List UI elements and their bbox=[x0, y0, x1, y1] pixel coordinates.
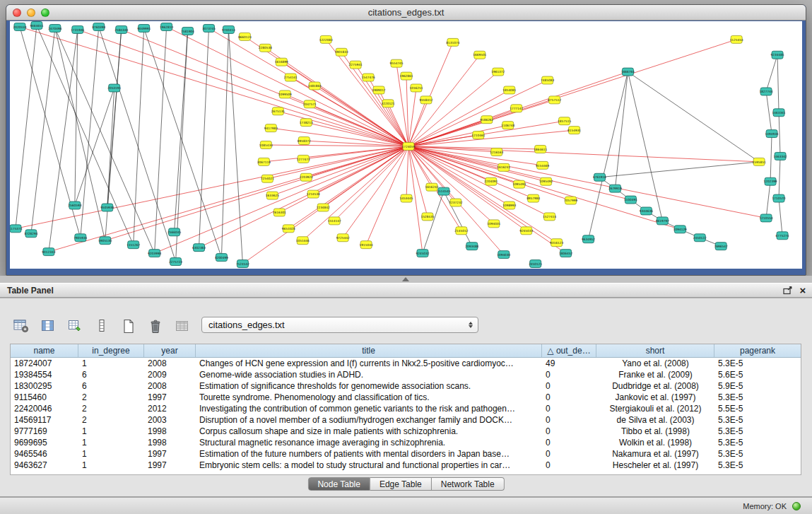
network-node[interactable]: 1210461 bbox=[471, 132, 485, 139]
table-row[interactable]: 946554611997Estimation of the future num… bbox=[11, 448, 801, 460]
network-node[interactable]: 1051446 bbox=[296, 237, 310, 245]
network-node[interactable]: 1099509 bbox=[278, 90, 292, 98]
network-node[interactable]: 1151267 bbox=[126, 241, 140, 249]
network-node[interactable]: 1854081 bbox=[502, 86, 516, 94]
network-node[interactable]: 1724059 bbox=[401, 143, 415, 151]
network-node[interactable]: 8200499 bbox=[215, 254, 228, 262]
network-node[interactable]: 1094031 bbox=[487, 220, 500, 228]
network-node[interactable]: 2560593 bbox=[68, 201, 81, 209]
network-node[interactable]: 1463341 bbox=[772, 109, 786, 117]
table-row[interactable]: 946362711997Embryonic stem cells: a mode… bbox=[11, 460, 801, 471]
network-node[interactable]: 2093488 bbox=[465, 243, 478, 250]
network-node[interactable]: 1494934 bbox=[765, 130, 779, 138]
close-panel-button[interactable]: × bbox=[796, 285, 809, 296]
table-row[interactable]: 969969511998Structural magnetic resonanc… bbox=[11, 437, 801, 448]
table-row[interactable]: 1830029562008Estimation of significance … bbox=[11, 380, 801, 392]
network-node[interactable]: 9634952 bbox=[582, 235, 595, 243]
minimize-window-button[interactable] bbox=[27, 8, 35, 17]
network-node[interactable]: 1616241 bbox=[497, 163, 510, 171]
network-node[interactable]: 2204091 bbox=[484, 177, 498, 185]
network-canvas[interactable]: 2020559946465124704961731946876039825843… bbox=[10, 21, 802, 269]
network-node[interactable]: 7057999 bbox=[564, 197, 577, 204]
delete-trash-button[interactable] bbox=[146, 317, 165, 335]
network-node[interactable]: 1016251 bbox=[409, 84, 423, 92]
network-node[interactable]: 1277473 bbox=[297, 155, 310, 163]
column-header-out-degree[interactable]: △ out_de… bbox=[542, 344, 596, 357]
network-node[interactable]: 2754141 bbox=[284, 74, 298, 81]
network-node[interactable]: 2203924 bbox=[300, 173, 313, 181]
network-node[interactable]: 7234842 bbox=[317, 204, 330, 211]
window-titlebar[interactable]: citations_edges.txt bbox=[6, 5, 806, 21]
float-panel-button[interactable] bbox=[781, 285, 794, 296]
network-node[interactable]: 1094129 bbox=[673, 226, 687, 233]
new-document-button[interactable] bbox=[119, 317, 139, 335]
network-node[interactable]: 2145012 bbox=[454, 227, 468, 235]
network-node[interactable]: 8131074 bbox=[446, 38, 459, 46]
network-node[interactable]: 9619797 bbox=[656, 217, 669, 225]
network-node[interactable]: 1095493 bbox=[512, 180, 526, 188]
network-node[interactable]: 3073745 bbox=[202, 24, 216, 32]
table-row[interactable]: 977716911998Corpus callosum shape and si… bbox=[11, 426, 801, 437]
network-node[interactable]: 9554745 bbox=[390, 59, 404, 67]
column-header-name[interactable]: name bbox=[11, 344, 78, 357]
network-node[interactable]: 1547476 bbox=[362, 74, 375, 81]
network-node[interactable]: 1214538 bbox=[307, 190, 320, 198]
network-node[interactable]: 8760398 bbox=[92, 23, 105, 30]
network-node[interactable]: 7905934 bbox=[73, 234, 87, 242]
table-row[interactable]: 2242004622012Investigating the contribut… bbox=[11, 403, 801, 414]
network-node[interactable]: 1915044 bbox=[360, 241, 373, 249]
network-node[interactable]: 1777147 bbox=[510, 105, 523, 112]
network-node[interactable]: 2584348 bbox=[114, 25, 128, 33]
panel-divider[interactable] bbox=[0, 276, 812, 283]
network-node[interactable]: 1827744 bbox=[760, 88, 773, 95]
network-node[interactable]: 9653328 bbox=[282, 225, 295, 233]
network-node[interactable]: 8154931 bbox=[567, 127, 581, 134]
network-node[interactable]: 9316123 bbox=[550, 239, 563, 247]
table-row[interactable]: 1456911722003Disruption of a novel membe… bbox=[11, 414, 801, 426]
network-node[interactable]: 1514147 bbox=[328, 217, 341, 225]
network-node[interactable]: 9740414 bbox=[222, 25, 235, 33]
table-row[interactable]: 1872400712008Changes of HCN gene express… bbox=[11, 358, 801, 369]
network-node[interactable]: 9344636 bbox=[640, 207, 653, 215]
network-node[interactable]: 7616301 bbox=[273, 209, 286, 216]
network-node[interactable]: 7237232 bbox=[449, 199, 462, 206]
network-node[interactable]: 7581904 bbox=[181, 27, 194, 35]
network-node[interactable]: 1095492 bbox=[539, 177, 553, 185]
network-node[interactable]: 1175374 bbox=[10, 225, 23, 233]
network-node[interactable]: 1222083 bbox=[319, 35, 333, 43]
network-node[interactable]: 2679919 bbox=[608, 185, 622, 192]
network-node[interactable]: 8757512 bbox=[548, 96, 561, 104]
network-node[interactable]: 1463342 bbox=[774, 152, 787, 160]
table-settings-button[interactable] bbox=[11, 317, 31, 335]
network-node[interactable]: 9245033 bbox=[519, 227, 533, 235]
import-table-button[interactable] bbox=[172, 317, 192, 335]
network-node[interactable]: 9203998 bbox=[148, 250, 161, 257]
table-edit-button[interactable] bbox=[65, 317, 85, 335]
network-node[interactable]: 1633625 bbox=[266, 192, 279, 199]
network-node[interactable]: 9725442 bbox=[336, 234, 350, 242]
divider-grip-icon[interactable] bbox=[402, 277, 409, 281]
network-node[interactable]: 9012343 bbox=[42, 248, 55, 256]
network-node[interactable]: 1857515 bbox=[558, 117, 571, 125]
table-select-dropdown[interactable]: citations_edges.txt bbox=[201, 317, 478, 333]
network-node[interactable]: 2450121 bbox=[529, 260, 542, 268]
tab-edge-table[interactable]: Edge Table bbox=[370, 477, 432, 491]
network-node[interactable]: 6761916 bbox=[593, 173, 606, 181]
network-node[interactable]: 2053191 bbox=[107, 84, 121, 92]
network-node[interactable]: 1961372 bbox=[491, 68, 505, 76]
network-node[interactable]: 2047571 bbox=[303, 100, 317, 108]
network-node[interactable]: 1453445 bbox=[399, 194, 413, 202]
network-node[interactable]: 7254021 bbox=[261, 175, 274, 182]
network-node[interactable]: 1989017 bbox=[372, 86, 386, 94]
network-node[interactable]: 1527414 bbox=[543, 213, 556, 221]
network-node[interactable]: 3220121 bbox=[382, 100, 395, 107]
network-node[interactable]: 8660124 bbox=[238, 33, 252, 40]
network-node[interactable]: 2275941 bbox=[349, 61, 363, 69]
network-node[interactable]: 6302383 bbox=[192, 244, 206, 252]
network-node[interactable]: 1666764 bbox=[621, 68, 635, 76]
network-node[interactable]: 1514545 bbox=[437, 187, 450, 195]
network-node[interactable]: 7524542 bbox=[236, 260, 249, 268]
network-node[interactable]: 1528435 bbox=[420, 213, 434, 221]
column-header-year[interactable]: year bbox=[144, 344, 196, 357]
network-node[interactable]: 9186262 bbox=[480, 116, 493, 124]
